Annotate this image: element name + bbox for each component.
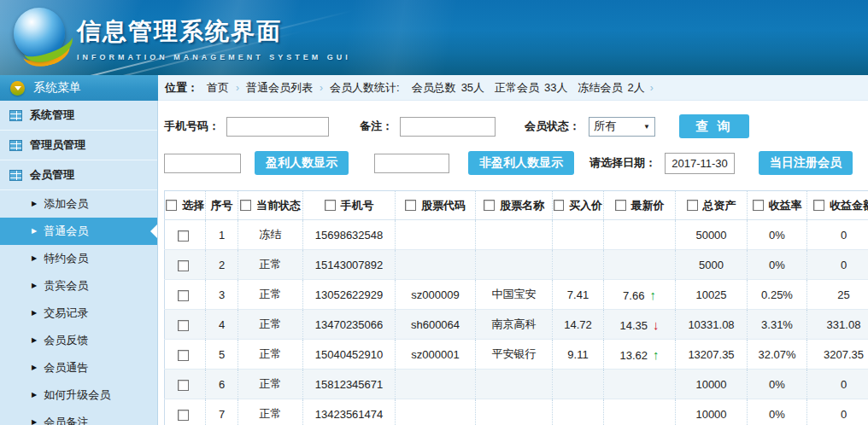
sidebar-item-label: 会员通告 [44,360,88,376]
phone-cell: 15143007892 [303,250,396,280]
status-cell: 正常 [238,340,303,370]
nonprofit-count-input[interactable] [374,154,449,173]
breadcrumb-link-0[interactable]: 首页 [207,80,229,96]
sidebar-item-label: 贵宾会员 [44,278,88,294]
search-form-row-1: 手机号码： 备注： 会员状态： 所有 ▼ 查 询 [164,114,868,138]
table-row: 7正常13423561474100000%0 [165,399,868,425]
triangle-bullet-icon: ▶ [32,419,37,425]
profit-rate-cell: 0.25% [748,280,807,310]
row-checkbox[interactable] [178,410,189,421]
sidebar-section-1[interactable]: 管理员管理 [0,131,157,160]
latest-price-value: 7.66 [623,289,644,302]
sidebar-item-label: 特约会员 [44,251,88,266]
profit-amount-cell: 0 [807,220,868,250]
profit-amount-cell: 3207.35 [807,340,868,370]
table-row: 2正常1514300789250000%0 [165,250,868,280]
sidebar-item-10[interactable]: ▶如何升级会员 [0,381,157,409]
date-value: 2017-11-30 [672,157,728,170]
stat-name-1: 正常会员 [495,80,539,96]
column-header-4: 股票代码 [396,191,476,220]
app-subtitle: INFORMATION MANAGEMENT SYSTEM GUI [77,53,351,61]
breadcrumb-label: 位置： [165,80,198,96]
status-cell: 正常 [238,310,303,340]
stock-code-cell: sh600064 [396,310,476,340]
buy-price-cell: 7.41 [553,280,604,310]
buy-price-cell [553,399,604,425]
table-row: 3正常13052622929sz000009中国宝安7.417.66↑10025… [165,280,868,310]
sidebar-item-4[interactable]: ▶普通会员 [0,218,157,245]
table-row: 1冻结15698632548500000%0 [165,220,868,250]
sidebar-item-label: 添加会员 [44,196,88,212]
column-header-7: 最新价 [604,191,676,220]
sidebar-item-label: 如何升级会员 [44,387,110,403]
member-table: 选择序号当前状态手机号股票代码股票名称买入价最新价总资产收益率收益金额 1冻结1… [164,190,868,425]
sidebar-item-11[interactable]: ▶会员备注 [0,409,157,425]
column-header-5: 股票名称 [476,191,553,220]
column-checkbox-8[interactable] [687,200,698,211]
row-checkbox[interactable] [178,290,189,301]
buy-price-cell: 14.72 [553,310,604,340]
sidebar-section-2[interactable]: 会员管理 [0,160,157,190]
column-checkbox-0[interactable] [166,200,177,211]
row-checkbox[interactable] [178,350,189,361]
phone-cell: 15040452910 [303,340,396,370]
buy-price-cell: 9.11 [553,340,604,370]
menu-grid-icon [9,110,22,121]
sidebar-menu-header[interactable]: 系统菜单 [0,75,158,101]
column-label: 收益金额 [830,198,868,213]
column-checkbox-6[interactable] [554,200,564,211]
stat-name-0: 会员总数 [412,80,456,96]
total-assets-cell: 5000 [676,250,748,280]
column-header-9: 收益率 [748,191,807,220]
column-label: 股票名称 [500,198,544,213]
row-checkbox[interactable] [178,260,189,271]
phone-cell: 15698632548 [303,220,396,250]
sidebar-item-5[interactable]: ▶特约会员 [0,245,157,272]
column-header-3: 手机号 [303,191,396,220]
column-label: 最新价 [631,198,665,213]
sidebar: 系统管理管理员管理会员管理▶添加会员▶普通会员▶特约会员▶贵宾会员▶交易记录▶会… [0,101,158,425]
phone-cell: 13423561474 [303,399,396,425]
column-checkbox-7[interactable] [615,200,626,211]
profit-amount-cell: 0 [807,250,868,280]
member-status-select[interactable]: 所有 ▼ [589,117,655,137]
column-checkbox-9[interactable] [753,200,764,211]
row-checkbox[interactable] [178,380,189,391]
total-assets-cell: 50000 [676,220,748,250]
row-checkbox[interactable] [178,230,189,242]
date-picker[interactable]: 2017-11-30 [665,153,735,174]
latest-price-cell [604,250,676,280]
latest-price-cell: 13.62↑ [604,340,676,370]
row-checkbox[interactable] [178,320,189,331]
sidebar-section-0[interactable]: 系统管理 [0,101,157,131]
status-cell: 正常 [238,370,303,399]
sidebar-item-6[interactable]: ▶贵宾会员 [0,272,157,300]
column-checkbox-5[interactable] [484,200,495,211]
stock-code-cell [396,399,476,425]
sidebar-item-label: 普通会员 [44,224,88,239]
today-registered-button[interactable]: 当日注册会员 [759,151,853,175]
sidebar-item-7[interactable]: ▶交易记录 [0,300,157,327]
note-input[interactable] [400,117,496,137]
show-nonprofit-button[interactable]: 非盈利人数显示 [468,151,574,175]
column-checkbox-3[interactable] [325,200,336,211]
phone-input[interactable] [226,117,329,137]
breadcrumb-link-1[interactable]: 普通会员列表 [246,80,313,96]
profit-rate-cell: 32.07% [748,340,807,370]
menu-grid-icon [9,140,22,151]
phone-cell: 13470235066 [303,310,396,340]
sidebar-item-8[interactable]: ▶会员反馈 [0,327,157,354]
column-checkbox-2[interactable] [240,200,251,211]
no-cell: 3 [206,280,238,310]
column-header-1: 序号 [206,191,238,220]
column-checkbox-10[interactable] [813,200,824,211]
sidebar-item-9[interactable]: ▶会员通告 [0,354,157,381]
query-button[interactable]: 查 询 [679,114,749,138]
stock-code-cell: sz000001 [396,340,476,370]
sidebar-item-3[interactable]: ▶添加会员 [0,190,157,218]
phone-cell: 13052622929 [303,280,396,310]
show-profit-button[interactable]: 盈利人数显示 [255,151,349,175]
profit-count-input[interactable] [164,154,241,173]
latest-price-cell [604,370,676,399]
column-checkbox-4[interactable] [405,200,416,211]
